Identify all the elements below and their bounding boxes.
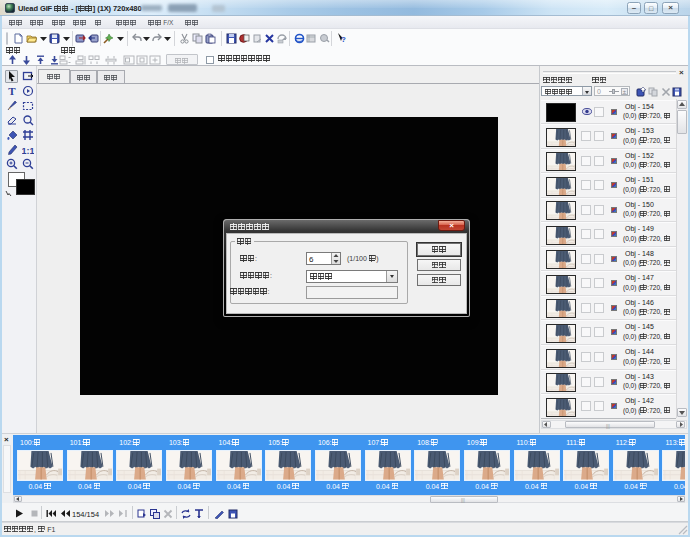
svg-text:1:1: 1:1	[22, 145, 34, 155]
svg-text:?: ?	[341, 35, 346, 44]
svg-text:T: T	[8, 85, 16, 97]
